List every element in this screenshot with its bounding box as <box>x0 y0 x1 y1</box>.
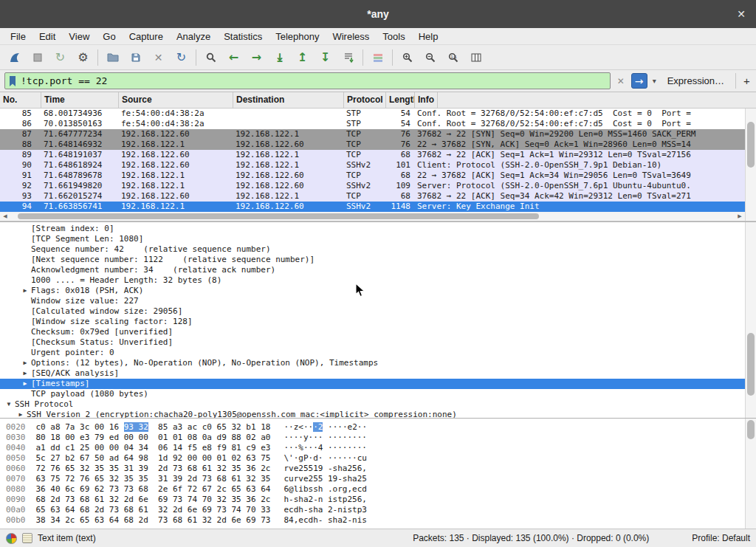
save-file-button[interactable] <box>124 47 147 67</box>
packet-row[interactable]: 8670.013850163fe:54:00:d4:38:2aSTP54Conf… <box>0 119 756 129</box>
hex-row[interactable]: 007063 75 72 76 65 32 35 35 31 39 2d 73 … <box>6 474 756 484</box>
expanded-expander-icon[interactable] <box>3 399 15 410</box>
hex-row[interactable]: 008036 40 6c 69 62 73 73 68 2e 6f 72 67 … <box>6 484 756 495</box>
menu-wireless[interactable]: Wireless <box>326 30 376 44</box>
menu-view[interactable]: View <box>62 30 96 44</box>
column-header-no[interactable]: No. <box>0 92 41 108</box>
menu-go[interactable]: Go <box>96 30 122 44</box>
packet-row[interactable]: 9171.648789678192.168.122.1192.168.122.6… <box>0 171 756 181</box>
restart-capture-button[interactable]: ↻ <box>49 47 72 67</box>
detail-line[interactable]: SSH Protocol <box>0 399 756 410</box>
hex-row[interactable]: 00505c 27 b2 67 50 ad 64 98 1d 92 00 00 … <box>6 453 756 464</box>
detail-line-selected[interactable]: [Timestamps] <box>0 379 756 389</box>
column-header-destination[interactable]: Destination <box>233 92 344 108</box>
packet-row[interactable]: 9271.661949820192.168.122.1192.168.122.6… <box>0 181 756 191</box>
detail-line[interactable]: Sequence number: 42 (relative sequence n… <box>0 244 756 255</box>
clear-filter-icon[interactable]: ✕ <box>614 74 628 89</box>
column-header-info[interactable]: Info <box>415 92 438 108</box>
collapsed-expander-icon[interactable] <box>19 379 31 389</box>
detail-line[interactable]: Options: (12 bytes), No-Operation (NOP),… <box>0 358 756 368</box>
capture-options-button[interactable]: ⚙ <box>72 47 94 67</box>
detail-line[interactable]: Urgent pointer: 0 <box>0 348 756 358</box>
detail-line[interactable]: [TCP Segment Len: 1080] <box>0 234 756 244</box>
hex-row[interactable]: 006072 76 65 32 35 35 31 39 2d 73 68 61 … <box>6 464 756 474</box>
column-header-length[interactable]: Length <box>386 92 415 108</box>
menu-edit[interactable]: Edit <box>32 30 62 44</box>
packet-list-scrollbar[interactable] <box>745 109 756 212</box>
collapsed-expander-icon[interactable] <box>19 358 31 368</box>
detail-pane-scrollbar[interactable] <box>745 222 756 418</box>
close-window-icon[interactable] <box>734 7 749 21</box>
apply-filter-button[interactable]: → <box>631 73 647 89</box>
hex-row[interactable]: 00a065 63 64 68 2d 73 68 61 32 2d 6e 69 … <box>6 505 756 515</box>
packet-row[interactable]: 8871.648146932192.168.122.1192.168.122.6… <box>0 140 756 150</box>
detail-line[interactable]: [Window size scaling factor: 128] <box>0 317 756 327</box>
detail-line[interactable]: [Checksum Status: Unverified] <box>0 337 756 348</box>
add-filter-button[interactable]: + <box>735 73 752 89</box>
go-to-packet-button[interactable]: ⇥ <box>268 47 291 67</box>
profile-button[interactable]: Profile: Default <box>692 533 750 543</box>
scrollbar-thumb[interactable] <box>18 213 539 219</box>
hex-row[interactable]: 0020c0 a8 7a 3c 00 16 93 32 85 a3 ac c0 … <box>6 422 756 433</box>
expert-info-icon[interactable] <box>6 533 17 544</box>
menu-help[interactable]: Help <box>412 30 445 44</box>
collapsed-expander-icon[interactable] <box>19 368 31 379</box>
column-header-time[interactable]: Time <box>41 92 119 108</box>
go-back-button[interactable]: ← <box>222 47 245 67</box>
capture-comment-icon[interactable] <box>22 533 32 543</box>
hex-row[interactable]: 0040a1 dd c1 25 00 00 04 34 06 14 f5 e8 … <box>6 443 756 453</box>
detail-line[interactable]: Flags: 0x018 (PSH, ACK) <box>0 286 756 296</box>
collapsed-expander-icon[interactable] <box>19 286 31 296</box>
packet-row[interactable]: 8568.001734936fe:54:00:d4:38:2aSTP54Conf… <box>0 109 756 119</box>
open-file-button[interactable] <box>101 47 124 67</box>
go-first-packet-button[interactable]: ↥ <box>291 47 314 67</box>
menu-analyze[interactable]: Analyze <box>170 30 217 44</box>
hscroll-track[interactable] <box>10 212 735 221</box>
menu-tools[interactable]: Tools <box>376 30 411 44</box>
packet-row[interactable]: 8971.648191037192.168.122.60192.168.122.… <box>0 150 756 160</box>
scrollbar-thumb[interactable] <box>747 122 755 168</box>
scrollbar-thumb[interactable] <box>747 333 755 396</box>
detail-line[interactable]: 1000 .... = Header Length: 32 bytes (8) <box>0 275 756 286</box>
detail-line[interactable]: TCP payload (1080 bytes) <box>0 389 756 399</box>
menu-file[interactable]: File <box>4 30 32 44</box>
packet-row[interactable]: 9371.662015274192.168.122.60192.168.122.… <box>0 191 756 202</box>
hex-row[interactable]: 003080 18 00 e3 79 ed 00 00 01 01 08 0a … <box>6 433 756 443</box>
hex-row[interactable]: 00b038 34 2c 65 63 64 68 2d 73 68 61 32 … <box>6 515 756 526</box>
reload-file-button[interactable]: ↻ <box>170 47 193 67</box>
filter-dropdown-icon[interactable] <box>651 77 658 85</box>
column-header-protocol[interactable]: Protocol <box>344 92 386 108</box>
detail-line[interactable]: [Calculated window size: 29056] <box>0 306 756 317</box>
stop-capture-button[interactable] <box>26 47 49 67</box>
detail-line[interactable]: Checksum: 0x79ed [unverified] <box>0 327 756 337</box>
packet-row-selected[interactable]: 9471.663856741192.168.122.1192.168.122.6… <box>0 202 756 212</box>
zoom-out-button[interactable] <box>419 47 441 67</box>
find-packet-button[interactable] <box>199 47 222 67</box>
hex-row[interactable]: 009068 2d 73 68 61 32 2d 6e 69 73 74 70 … <box>6 495 756 505</box>
menu-telephony[interactable]: Telephony <box>269 30 326 44</box>
detail-line[interactable]: Acknowledgment number: 34 (relative ack … <box>0 265 756 275</box>
detail-line[interactable]: [SEQ/ACK analysis] <box>0 368 756 379</box>
detail-line[interactable]: SSH Version 2 (encryption:chacha20-poly1… <box>0 410 756 418</box>
bookmark-icon[interactable] <box>8 75 17 87</box>
detail-line[interactable]: Window size value: 227 <box>0 296 756 306</box>
packet-list-hscrollbar[interactable] <box>0 212 756 221</box>
collapsed-expander-icon[interactable] <box>15 410 27 418</box>
scrollbar-thumb[interactable] <box>747 420 755 439</box>
zoom-in-button[interactable] <box>396 47 419 67</box>
scroll-right-icon[interactable] <box>735 212 745 221</box>
go-last-packet-button[interactable]: ↧ <box>314 47 337 67</box>
auto-scroll-button[interactable] <box>337 47 360 67</box>
scroll-left-icon[interactable] <box>0 212 10 221</box>
column-header-source[interactable]: Source <box>119 92 233 108</box>
hex-pane-scrollbar[interactable] <box>745 419 756 529</box>
display-filter-field[interactable] <box>4 72 611 89</box>
resize-columns-button[interactable] <box>464 47 487 67</box>
packet-row[interactable]: 9071.648618924192.168.122.60192.168.122.… <box>0 160 756 171</box>
menu-capture[interactable]: Capture <box>123 30 170 44</box>
go-forward-button[interactable]: → <box>245 47 268 67</box>
detail-line[interactable]: [Stream index: 0] <box>0 224 756 234</box>
menu-statistics[interactable]: Statistics <box>217 30 269 44</box>
start-capture-button[interactable] <box>3 47 26 67</box>
close-file-button[interactable]: ✕ <box>147 47 170 67</box>
